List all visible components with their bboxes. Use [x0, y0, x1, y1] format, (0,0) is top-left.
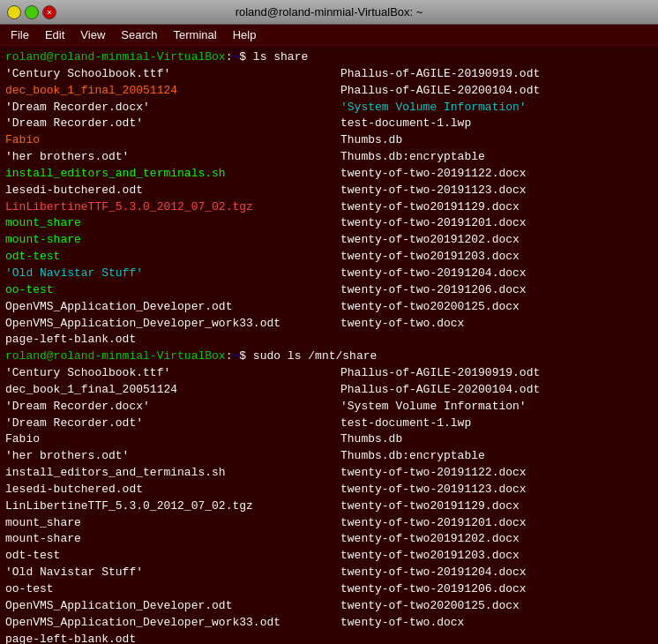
sudo-ls-output: 'Century Schoolbook.ttf'Phallus-of-AGILE… — [5, 365, 653, 644]
close-button[interactable]: ✕ — [42, 5, 56, 19]
list-item: dec_book_1_final_20051124Phallus-of-AGIL… — [5, 382, 653, 399]
menu-edit[interactable]: Edit — [38, 26, 71, 43]
list-item: 'Century Schoolbook.ttf'Phallus-of-AGILE… — [5, 365, 653, 382]
list-item: 'her brothers.odt'Thumbs.db:encryptable — [5, 149, 653, 166]
maximize-button[interactable] — [25, 5, 39, 19]
menu-terminal[interactable]: Terminal — [167, 26, 224, 43]
terminal-window: roland@roland-minmial-VirtualBox:~$ ls s… — [0, 46, 658, 644]
list-item: lesedi-butchered.odttwenty-of-two-201911… — [5, 183, 653, 199]
list-item: oo-testtwenty-of-two-20191206.docx — [5, 581, 653, 598]
prompt-text-1: roland@roland-minmial-VirtualBox:~$ ls s… — [5, 49, 308, 66]
list-item: install_editors_and_terminals.shtwenty-o… — [5, 166, 653, 183]
minimize-button[interactable] — [7, 5, 21, 19]
menu-view[interactable]: View — [73, 26, 112, 43]
list-item: 'Dream Recorder.docx''System Volume Info… — [5, 399, 653, 416]
list-item: OpenVMS_Application_Developer.odttwenty-… — [5, 299, 653, 316]
prompt-line-1: roland@roland-minmial-VirtualBox:~$ ls s… — [5, 49, 653, 66]
ls-share-output: 'Century Schoolbook.ttf'Phallus-of-AGILE… — [5, 66, 653, 348]
list-item: oo-testtwenty-of-two-20191206.docx — [5, 282, 653, 299]
list-item: FabioThumbs.db — [5, 431, 653, 448]
list-item: dec_book_1_final_20051124Phallus-of-AGIL… — [5, 83, 653, 100]
list-item: LinLibertineTTF_5.3.0_2012_07_02.tgztwen… — [5, 498, 653, 515]
list-item: odt-testtwenty-of-two20191203.docx — [5, 548, 653, 565]
list-item: 'Old Navistar Stuff'twenty-of-two-201912… — [5, 565, 653, 581]
list-item: FabioThumbs.db — [5, 132, 653, 149]
list-item: OpenVMS_Application_Developer.odttwenty-… — [5, 598, 653, 615]
list-item: 'Dream Recorder.docx''System Volume Info… — [5, 100, 653, 116]
menu-bar: File Edit View Search Terminal Help — [0, 25, 658, 46]
menu-help[interactable]: Help — [226, 26, 264, 43]
list-item: install_editors_and_terminals.shtwenty-o… — [5, 465, 653, 482]
list-item: mount-sharetwenty-of-two20191202.docx — [5, 232, 653, 249]
list-item: LinLibertineTTF_5.3.0_2012_07_02.tgztwen… — [5, 199, 653, 216]
prompt-line-2: roland@roland-minmial-VirtualBox:~$ sudo… — [5, 348, 653, 365]
list-item: lesedi-butchered.odttwenty-of-two-201911… — [5, 482, 653, 498]
list-item: 'Old Navistar Stuff'twenty-of-two-201912… — [5, 266, 653, 282]
list-item: 'her brothers.odt'Thumbs.db:encryptable — [5, 448, 653, 465]
list-item: page-left-blank.odt — [5, 632, 653, 644]
menu-search[interactable]: Search — [114, 26, 164, 43]
menu-file[interactable]: File — [4, 26, 36, 43]
window-title: roland@roland-minmial-VirtualBox: ~ — [60, 5, 598, 19]
list-item: odt-testtwenty-of-two20191203.docx — [5, 249, 653, 266]
list-item: mount_sharetwenty-of-two-20191201.docx — [5, 215, 653, 232]
list-item: 'Century Schoolbook.ttf'Phallus-of-AGILE… — [5, 66, 653, 83]
title-bar: ✕ roland@roland-minmial-VirtualBox: ~ — [0, 0, 658, 25]
list-item: OpenVMS_Application_Developer_work33.odt… — [5, 615, 653, 632]
prompt-text-2: roland@roland-minmial-VirtualBox:~$ sudo… — [5, 348, 377, 365]
list-item: mount-sharetwenty-of-two20191202.docx — [5, 531, 653, 548]
list-item: page-left-blank.odt — [5, 332, 653, 348]
list-item: 'Dream Recorder.odt'test-document-1.lwp — [5, 116, 653, 132]
list-item: 'Dream Recorder.odt'test-document-1.lwp — [5, 416, 653, 432]
list-item: mount_sharetwenty-of-two-20191201.docx — [5, 515, 653, 532]
list-item: OpenVMS_Application_Developer_work33.odt… — [5, 316, 653, 333]
